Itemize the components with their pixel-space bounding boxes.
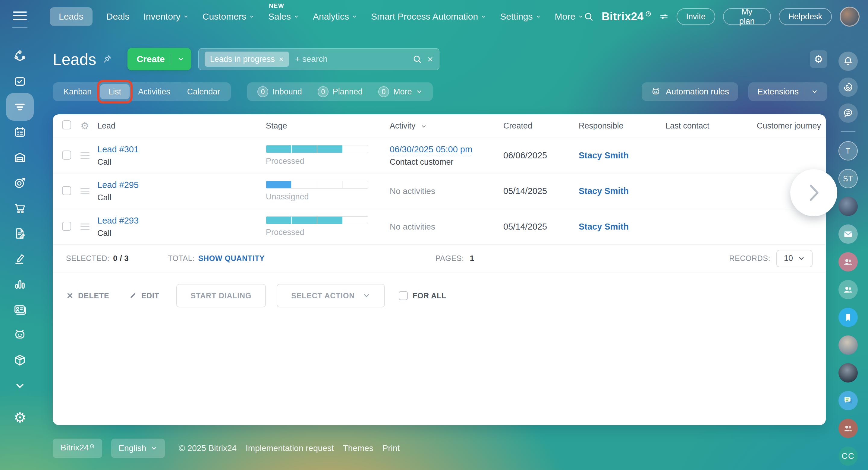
sidebar-item-analytics[interactable] bbox=[0, 271, 40, 297]
stage-progressbar[interactable] bbox=[266, 145, 368, 153]
sidebar-item-marketing[interactable] bbox=[0, 170, 40, 196]
sidebar-item-sign[interactable] bbox=[0, 246, 40, 271]
counter-more[interactable]: 0 More bbox=[370, 86, 431, 97]
row-checkbox[interactable] bbox=[62, 186, 71, 195]
tab-activities[interactable]: Activities bbox=[130, 84, 179, 99]
sidebar-item-expand[interactable] bbox=[0, 373, 40, 398]
nav-item-customers[interactable]: Customers bbox=[203, 11, 254, 22]
nav-item-settings[interactable]: Settings bbox=[500, 11, 541, 22]
filter-chip[interactable]: Leads in progress × bbox=[205, 52, 289, 67]
avatar-photo[interactable] bbox=[838, 363, 858, 383]
pin-icon[interactable] bbox=[102, 54, 113, 64]
sidebar-item-collaboration[interactable] bbox=[0, 43, 40, 69]
search-icon[interactable] bbox=[584, 11, 594, 22]
mail-button[interactable] bbox=[838, 225, 858, 244]
lead-link[interactable]: Lead #293 bbox=[97, 216, 138, 225]
chip-remove-icon[interactable]: × bbox=[279, 55, 283, 64]
automation-rules-button[interactable]: Automation rules bbox=[642, 82, 738, 101]
row-checkbox[interactable] bbox=[62, 222, 71, 231]
group-chat-button[interactable] bbox=[838, 252, 858, 271]
lead-link[interactable]: Lead #295 bbox=[97, 180, 138, 190]
sidebar-item-tasks[interactable] bbox=[0, 69, 40, 94]
column-header-created[interactable]: Created bbox=[503, 121, 579, 130]
stage-progressbar[interactable] bbox=[266, 181, 368, 188]
open-chats-button[interactable] bbox=[838, 391, 858, 410]
filter-search-bar[interactable]: Leads in progress × + search × bbox=[198, 48, 439, 70]
sliders-icon[interactable] bbox=[659, 12, 669, 22]
column-header-last-contact[interactable]: Last contact bbox=[665, 121, 756, 130]
nav-item-inventory[interactable]: Inventory bbox=[143, 11, 188, 22]
drag-handle-icon[interactable] bbox=[81, 152, 97, 159]
avatar-photo[interactable] bbox=[838, 197, 858, 216]
nav-item-smart-process-automation[interactable]: Smart Process Automation bbox=[371, 11, 486, 22]
sidebar-item-market[interactable] bbox=[0, 348, 40, 373]
responsible-link[interactable]: Stacy Smith bbox=[579, 186, 629, 196]
sidebar-item-planner[interactable] bbox=[0, 119, 40, 145]
nav-item-more[interactable]: More bbox=[555, 11, 584, 22]
tab-kanban[interactable]: Kanban bbox=[55, 84, 100, 99]
sidebar-item-store[interactable] bbox=[0, 196, 40, 221]
counter-planned[interactable]: 0 Planned bbox=[310, 86, 370, 97]
search-icon[interactable] bbox=[412, 54, 422, 64]
print-link[interactable]: Print bbox=[382, 443, 400, 453]
avatar-t[interactable]: T bbox=[838, 141, 858, 160]
stage-progressbar[interactable] bbox=[266, 216, 368, 224]
tab-list[interactable]: List bbox=[100, 84, 130, 99]
sidebar-item-automation[interactable] bbox=[0, 322, 40, 348]
column-settings-gear-icon[interactable]: ⚙ bbox=[81, 120, 89, 131]
invite-button[interactable]: Invite bbox=[677, 8, 715, 25]
show-quantity-link[interactable]: SHOW QUANTITY bbox=[198, 254, 265, 263]
column-header-responsible[interactable]: Responsible bbox=[579, 121, 665, 130]
scroll-right-button[interactable] bbox=[790, 169, 837, 216]
nav-item-sales[interactable]: NEWSales bbox=[268, 11, 299, 22]
sidebar-item-contact-center[interactable] bbox=[0, 297, 40, 322]
row-checkbox[interactable] bbox=[62, 150, 71, 159]
column-header-customer-journey[interactable]: Customer journey bbox=[757, 121, 826, 130]
for-all-checkbox[interactable] bbox=[399, 291, 408, 300]
start-dialing-button[interactable]: START DIALING bbox=[176, 284, 266, 307]
group-chat-button[interactable] bbox=[838, 280, 858, 299]
extensions-button[interactable]: Extensions bbox=[748, 82, 827, 101]
nav-item-leads[interactable]: Leads bbox=[50, 7, 93, 26]
counter-inbound[interactable]: 0 Inbound bbox=[250, 86, 310, 97]
chevron-down-icon[interactable] bbox=[177, 56, 184, 63]
implementation-request-link[interactable]: Implementation request bbox=[246, 443, 334, 453]
user-avatar[interactable] bbox=[840, 7, 860, 27]
saved-messages-button[interactable] bbox=[838, 308, 858, 327]
drag-handle-icon[interactable] bbox=[81, 188, 97, 194]
delete-button[interactable]: DELETE bbox=[66, 291, 109, 300]
column-header-activity[interactable]: Activity bbox=[390, 121, 503, 130]
copilot-button[interactable] bbox=[838, 78, 858, 97]
bitrix24-logo[interactable]: Bitrix24 bbox=[601, 10, 651, 23]
sidebar-item-crm[interactable] bbox=[0, 94, 40, 119]
edit-button[interactable]: EDIT bbox=[129, 291, 159, 300]
view-settings-button[interactable]: ⚙ bbox=[810, 50, 827, 68]
nav-item-analytics[interactable]: Analytics bbox=[313, 11, 357, 22]
lead-link[interactable]: Lead #301 bbox=[97, 145, 138, 154]
footer-brand-button[interactable]: Bitrix24 bbox=[53, 439, 102, 458]
tab-calendar[interactable]: Calendar bbox=[179, 84, 229, 99]
avatar-photo[interactable] bbox=[838, 335, 858, 355]
group-chat-button[interactable] bbox=[838, 419, 858, 438]
for-all-toggle[interactable]: FOR ALL bbox=[399, 291, 446, 300]
sidebar-item-settings[interactable]: ⚙ bbox=[0, 405, 40, 430]
nav-item-deals[interactable]: Deals bbox=[106, 11, 130, 22]
chevron-down-icon[interactable] bbox=[811, 88, 818, 95]
messenger-button[interactable] bbox=[838, 104, 858, 123]
select-all-checkbox[interactable] bbox=[62, 120, 71, 129]
language-select[interactable]: English bbox=[111, 439, 165, 458]
column-header-stage[interactable]: Stage bbox=[266, 121, 390, 130]
menu-icon[interactable] bbox=[13, 11, 27, 20]
drag-handle-icon[interactable] bbox=[81, 224, 97, 230]
select-action-button[interactable]: SELECT ACTION bbox=[277, 284, 385, 307]
helpdesk-button[interactable]: Helpdesk bbox=[779, 8, 832, 25]
activity-link[interactable]: 06/30/2025 05:00 pm bbox=[390, 145, 472, 155]
responsible-link[interactable]: Stacy Smith bbox=[579, 222, 629, 231]
my-plan-button[interactable]: My plan bbox=[723, 8, 771, 25]
avatar-cc[interactable]: CC bbox=[838, 446, 858, 466]
records-per-page-select[interactable]: 10 bbox=[776, 250, 812, 267]
responsible-link[interactable]: Stacy Smith bbox=[579, 150, 629, 160]
create-button[interactable]: Create bbox=[127, 48, 191, 70]
notifications-button[interactable] bbox=[838, 52, 858, 71]
avatar-st[interactable]: ST bbox=[838, 169, 858, 188]
